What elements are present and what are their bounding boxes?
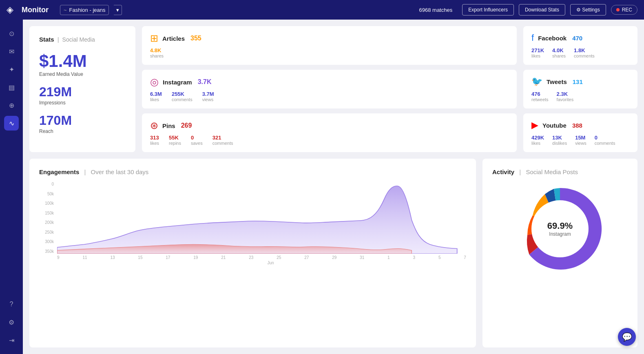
x-label-27: 27 [304,255,309,263]
export-influencers-button[interactable]: Export Influencers [462,4,514,15]
youtube-icon: ▶ [531,120,538,131]
tweets-count: 131 [573,78,583,85]
topnav: ◈ Monitor ~ Fashion - jeans ▾ 6968 match… [0,0,644,20]
filter-dropdown-button[interactable]: ▾ [114,5,122,15]
pins-card: ⊛ Pins 269 313 likes 55K repins [142,113,517,152]
facebook-icon: f [531,33,534,43]
tweets-favorites-metric: 2.3K favorites [557,91,574,102]
articles-shares-label: shares [150,53,164,58]
y-label-2: 250k [39,230,55,235]
articles-card: ⊞ Articles 355 4.8K shares [142,26,517,65]
people-icon: ⊕ [9,102,14,109]
impressions-label: Impressions [39,100,126,106]
help-icon: ? [10,301,13,308]
instagram-views-metric: 3.7M views [202,91,214,102]
instagram-name: Instagram [163,79,192,86]
instagram-views-value: 3.7M [202,91,214,97]
sidebar-item-sparkle[interactable]: ✦ [4,62,19,77]
reach-value: 170M [39,114,126,127]
pins-likes-value: 313 [150,135,159,141]
facebook-likes-value: 271K [531,47,544,53]
x-label-1: 1 [387,255,390,263]
sidebar-item-monitor[interactable]: ∿ [4,116,19,131]
youtube-views-value: 15M [575,135,586,141]
pins-count: 269 [181,122,192,129]
pins-name: Pins [162,122,175,129]
tweets-header: 🐦 Tweets 131 [531,76,629,87]
instagram-views-label: views [202,97,214,102]
impressions-value: 219M [39,85,126,98]
instagram-count: 3.7K [198,78,212,86]
matches-count: 6968 matches [419,7,453,13]
main-content: Stats | Social Media $1.4M Earned Media … [23,20,644,354]
stats-card: Stats | Social Media $1.4M Earned Media … [29,26,135,152]
settings-button[interactable]: ⚙ Settings [570,4,606,15]
youtube-dislikes-value: 13K [552,135,567,141]
articles-shares-metric: 4.8K shares [150,47,164,58]
sidebar-item-help[interactable]: ? [4,297,19,312]
youtube-comments-value: 0 [595,135,615,141]
sidebar-item-logout[interactable]: ⇥ [4,333,19,347]
sidebar-item-search[interactable]: ⊙ [4,26,19,41]
y-label-6: 50k [39,192,55,196]
sidebar-item-people[interactable]: ⊕ [4,98,19,113]
twitter-icon: 🐦 [531,76,542,87]
sidebar-item-inbox[interactable]: ✉ [4,44,19,59]
sidebar: ⊙ ✉ ✦ ▤ ⊕ ∿ ? ⚙ ⇥ [0,20,23,354]
facebook-comments-value: 1.8K [574,47,595,53]
rec-indicator: REC [611,5,637,15]
chat-fab-button[interactable]: 💬 [618,328,636,346]
instagram-likes-label: likes [150,97,162,102]
x-label-5: 5 [438,255,441,263]
facebook-likes-label: likes [531,53,544,58]
facebook-card: f Facebook 470 271K likes 4.0K shares [523,26,637,65]
pulse-icon: ∿ [9,119,14,127]
facebook-comments-label: comments [574,53,595,58]
facebook-shares-metric: 4.0K shares [552,47,566,58]
youtube-likes-label: likes [531,141,544,146]
instagram-likes-value: 6.3M [150,91,162,97]
pins-likes-metric: 313 likes [150,135,159,146]
sidebar-item-database[interactable]: ▤ [4,80,19,95]
emv-label: Earned Media Value [39,71,126,77]
filter-selector[interactable]: ~ Fashion - jeans [60,5,109,15]
youtube-card: ▶ Youtube 388 429K likes 13K dislikes [523,113,637,152]
chart-month-label: Jun [267,261,274,265]
sidebar-item-settings[interactable]: ⚙ [4,315,19,330]
tweets-retweets-metric: 476 retweets [531,91,549,102]
tweets-card: 🐦 Tweets 131 476 retweets 2.3K favorites [523,70,637,108]
y-label-4: 150k [39,211,55,215]
middle-cards: ⊞ Articles 355 4.8K shares ◎ [142,26,517,152]
articles-header: ⊞ Articles 355 [150,33,509,44]
tweets-metrics: 476 retweets 2.3K favorites [531,91,629,102]
facebook-likes-metric: 271K likes [531,47,544,58]
pins-comments-value: 321 [212,135,233,141]
tweets-name: Tweets [547,78,567,85]
x-label-17: 17 [166,255,170,263]
chart-svg-area [57,182,466,254]
sparkle-icon: ✦ [9,66,14,73]
filter-label: Fashion - jeans [69,7,106,13]
chat-icon: 💬 [622,332,632,342]
download-stats-button[interactable]: Download Stats [519,4,565,15]
x-label-25: 25 [277,255,281,263]
y-label-0: 350k [39,249,55,254]
instagram-likes-metric: 6.3M likes [150,91,162,102]
youtube-comments-label: comments [595,141,615,146]
facebook-shares-value: 4.0K [552,47,566,53]
youtube-header: ▶ Youtube 388 [531,120,629,131]
articles-name: Articles [162,35,185,42]
activity-title: Activity | Social Media Posts [492,168,628,175]
instagram-comments-value: 255K [172,91,193,97]
filter-icon: ~ [64,7,67,13]
rec-dot [616,8,620,11]
y-label-3: 200k [39,220,55,225]
pins-comments-metric: 321 comments [212,135,233,146]
tweets-retweets-value: 476 [531,91,549,97]
youtube-dislikes-metric: 13K dislikes [552,135,567,146]
settings-icon: ⚙ [576,7,582,13]
x-label-11: 11 [82,255,87,263]
instagram-comments-label: comments [172,97,193,102]
logout-icon: ⇥ [9,336,14,344]
emv-value: $1.4M [39,53,126,70]
